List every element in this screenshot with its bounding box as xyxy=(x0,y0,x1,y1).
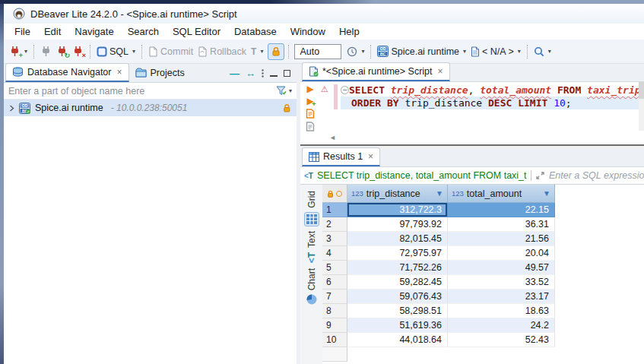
text-view-icon[interactable]: <T xyxy=(306,252,317,263)
tab-chart-label[interactable]: Chart xyxy=(306,268,317,290)
row-number[interactable]: 7 xyxy=(322,290,347,304)
cell-total-amount[interactable]: 21.56 xyxy=(448,232,555,246)
tab-text-label[interactable]: Text xyxy=(306,231,317,248)
table-row[interactable]: 5 71,752.26 49.57 xyxy=(322,261,644,275)
commit-button[interactable]: Commit xyxy=(146,45,195,59)
execute-statement-icon[interactable]: ▶ xyxy=(306,84,313,93)
table-row[interactable]: 3 82,015.45 21.56 xyxy=(322,232,644,246)
cell-total-amount[interactable]: 23.17 xyxy=(448,290,555,304)
fold-marker-icon[interactable]: − xyxy=(341,86,349,94)
cell-total-amount[interactable]: 20.04 xyxy=(448,246,555,261)
cell-trip-distance[interactable]: 59,076.43 xyxy=(347,290,448,304)
row-number[interactable]: 3 xyxy=(322,232,347,246)
table-row[interactable]: 10 44,018.64 52.43 xyxy=(322,333,644,347)
row-number[interactable]: 5 xyxy=(322,261,347,275)
sql-editor[interactable]: ▶ ▶+ ⚠ − SELECT trip_distance , total_am… xyxy=(300,82,644,131)
connection-lock-toggle[interactable] xyxy=(268,43,284,60)
menu-edit[interactable]: Edit xyxy=(37,24,68,39)
row-number[interactable]: 1 xyxy=(322,203,347,217)
view-menu-icon[interactable] xyxy=(262,69,264,78)
tab-sql-script[interactable]: *<Spice.ai runtime> Script × xyxy=(302,62,450,81)
dropdown-icon[interactable]: ▾ xyxy=(289,88,292,94)
table-row[interactable]: 1 312,722.3 22.15 xyxy=(322,203,644,217)
menu-file[interactable]: File xyxy=(8,24,37,39)
row-number[interactable]: 8 xyxy=(322,304,347,318)
menu-window[interactable]: Window xyxy=(284,24,332,39)
cell-total-amount[interactable]: 18.63 xyxy=(448,304,555,318)
row-number[interactable]: 10 xyxy=(322,333,347,347)
cell-total-amount[interactable]: 36.31 xyxy=(448,217,555,232)
row-number[interactable]: 9 xyxy=(322,318,347,333)
cell-trip-distance[interactable]: 71,752.26 xyxy=(347,261,448,275)
rollback-button[interactable]: Rollback xyxy=(195,45,249,59)
cell-trip-distance[interactable]: 72,975.97 xyxy=(347,246,448,261)
table-row[interactable]: 4 72,975.97 20.04 xyxy=(322,246,644,261)
expand-panel-icon[interactable] xyxy=(535,171,545,180)
connect-button[interactable] xyxy=(38,44,54,59)
scroll-left-icon[interactable]: ◄ xyxy=(329,134,336,141)
tree-item-connection[interactable]: ODBC Spice.ai runtime - 10.0.0.238:50051 xyxy=(4,100,297,116)
transaction-log-button[interactable]: T ▾ xyxy=(249,45,265,59)
filter-funnel-icon[interactable] xyxy=(276,86,287,96)
cell-total-amount[interactable]: 22.15 xyxy=(448,203,555,217)
code-area[interactable]: − SELECT trip_distance , total_amount FR… xyxy=(341,82,644,109)
tab-grid-label[interactable]: Grid xyxy=(306,191,317,208)
table-row[interactable]: 8 58,298.51 18.63 xyxy=(322,304,644,318)
close-icon[interactable]: × xyxy=(116,67,122,78)
scrollbar-thumb[interactable] xyxy=(639,82,644,99)
cell-trip-distance[interactable]: 44,018.64 xyxy=(347,333,448,347)
cell-total-amount[interactable]: 24.2 xyxy=(448,318,555,333)
row-number[interactable]: 6 xyxy=(322,275,347,290)
menu-sql-editor[interactable]: SQL Editor xyxy=(166,24,227,39)
cell-trip-distance[interactable]: 82,015.45 xyxy=(347,232,448,246)
menu-navigate[interactable]: Navigate xyxy=(68,24,120,39)
tab-projects[interactable]: Projects xyxy=(129,63,191,82)
close-icon[interactable]: × xyxy=(368,151,373,162)
close-icon[interactable]: × xyxy=(438,66,443,77)
reconnect-button[interactable]: ↻ xyxy=(54,44,70,59)
sort-desc-icon[interactable]: ▼ xyxy=(436,189,443,198)
link-with-editor-icon[interactable]: ↔ xyxy=(246,68,255,78)
cell-trip-distance[interactable]: 59,282.45 xyxy=(347,275,448,290)
execute-new-tab-icon[interactable]: ▶+ xyxy=(306,97,313,106)
minimize-icon[interactable] xyxy=(270,71,278,77)
cell-trip-distance[interactable]: 97,793.92 xyxy=(347,217,448,232)
cell-trip-distance[interactable]: 312,722.3 xyxy=(347,203,448,217)
active-schema-selector[interactable]: < N/A > ▾ xyxy=(468,45,523,59)
search-button[interactable]: ▾ xyxy=(531,45,554,59)
grid-view-icon[interactable] xyxy=(304,212,319,226)
column-header-trip-distance[interactable]: 123 trip_distance ▼ xyxy=(347,185,448,203)
cell-total-amount[interactable]: 49.57 xyxy=(448,261,555,275)
grid-corner-cell[interactable] xyxy=(322,185,347,203)
table-row[interactable]: 2 97,793.92 36.31 xyxy=(322,217,644,232)
execute-script-icon[interactable] xyxy=(306,109,315,119)
editor-vertical-scrollbar[interactable] xyxy=(639,82,644,131)
tab-results-1[interactable]: Results 1 × xyxy=(302,147,380,166)
table-row[interactable]: 6 59,282.45 33.52 xyxy=(322,275,644,290)
table-row[interactable]: 7 59,076.43 23.17 xyxy=(322,290,644,304)
disconnect-button[interactable]: × xyxy=(70,44,86,59)
tab-database-navigator[interactable]: Database Navigator × xyxy=(5,63,129,82)
results-filter-bar[interactable]: <T SELECT trip_distance, total_amount FR… xyxy=(300,167,644,185)
column-header-total-amount[interactable]: 123 total_amount ▼ xyxy=(448,185,555,203)
menu-help[interactable]: Help xyxy=(332,24,366,39)
sort-icon[interactable]: ▼ xyxy=(543,189,550,198)
menu-database[interactable]: Database xyxy=(227,24,284,39)
cell-total-amount[interactable]: 52.43 xyxy=(448,333,555,347)
row-number[interactable]: 4 xyxy=(322,246,347,261)
table-row[interactable]: 9 51,619.36 24.2 xyxy=(322,318,644,333)
collapse-all-icon[interactable]: — xyxy=(230,68,240,78)
row-number[interactable]: 2 xyxy=(322,217,347,232)
chevron-right-icon[interactable] xyxy=(9,105,14,112)
cell-total-amount[interactable]: 33.52 xyxy=(448,275,555,290)
new-connection-button[interactable]: + ▾ xyxy=(7,44,30,59)
commit-mode-combo[interactable]: Auto xyxy=(294,44,341,59)
maximize-icon[interactable] xyxy=(284,70,290,77)
object-filter-input[interactable]: Enter a part of object name here ▾ xyxy=(4,83,297,100)
chart-view-icon[interactable] xyxy=(306,294,317,305)
query-history-button[interactable]: ▾ xyxy=(344,45,366,59)
active-connection-selector[interactable]: ODBC Spice.ai runtime ▾ xyxy=(375,44,468,59)
menu-search[interactable]: Search xyxy=(121,24,166,39)
sql-expression-placeholder[interactable]: Enter a SQL expression to xyxy=(549,170,644,181)
cell-trip-distance[interactable]: 51,619.36 xyxy=(347,318,448,333)
